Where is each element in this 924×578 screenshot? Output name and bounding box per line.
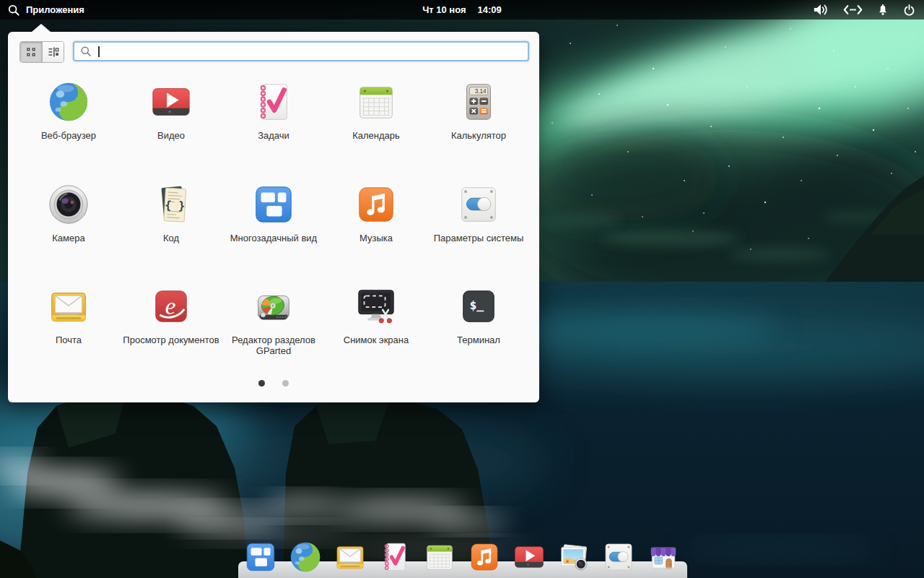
app-label: Код: [163, 233, 179, 243]
page-dot-2[interactable]: [282, 380, 289, 387]
calendar-icon: [354, 79, 398, 124]
top-panel: Приложения Чт 10 ноя 14:09: [0, 0, 924, 20]
app-item-code[interactable]: Код: [120, 182, 222, 284]
app-label: Просмотр документов: [123, 335, 219, 345]
dock-item-photos[interactable]: [557, 540, 591, 574]
network-icon: [843, 4, 863, 15]
notifications-icon: [877, 3, 889, 17]
app-item-gparted[interactable]: Редактор разделов GParted: [222, 284, 325, 356]
panel-applications-button[interactable]: Приложения: [7, 0, 84, 20]
panel-datetime-button[interactable]: Чт 10 ноя 14:09: [422, 0, 502, 20]
terminal-icon: [456, 284, 501, 329]
web-browser-icon: [46, 79, 91, 124]
app-label: Терминал: [457, 335, 500, 345]
document-viewer-icon: [149, 284, 193, 329]
app-label: Редактор разделов GParted: [223, 335, 324, 356]
category-view-button[interactable]: [42, 42, 64, 62]
app-label: Параметры системы: [434, 233, 524, 243]
camera-icon: [46, 182, 91, 227]
app-item-document-viewer[interactable]: Просмотр документов: [120, 284, 222, 356]
panel-indicators: [812, 0, 915, 20]
dock-item-videos[interactable]: [512, 540, 546, 574]
app-launcher-popover: Веб-браузер Видео Задачи Календарь Кальк…: [8, 32, 539, 402]
dock-item-tasks[interactable]: [378, 540, 412, 574]
dock-item-music[interactable]: [467, 540, 502, 574]
app-item-mail[interactable]: Почта: [17, 284, 120, 356]
dock-item-multitasking-view[interactable]: [243, 540, 278, 574]
power-indicator[interactable]: [903, 4, 915, 17]
app-item-terminal[interactable]: Терминал: [427, 284, 530, 356]
mail-icon: [46, 284, 91, 329]
notifications-indicator[interactable]: [877, 3, 889, 17]
app-label: Снимок экрана: [344, 335, 409, 345]
app-item-calculator[interactable]: Калькулятор: [427, 79, 530, 182]
app-label: Веб-браузер: [41, 130, 96, 141]
page-indicator: [8, 380, 539, 387]
grid-view-icon: [25, 46, 38, 59]
gparted-icon: [251, 284, 296, 329]
dock-item-mail[interactable]: [333, 540, 367, 574]
power-icon: [903, 4, 915, 17]
dock-icons: [243, 540, 681, 574]
panel-date: Чт 10 ноя: [422, 4, 466, 15]
app-label: Задачи: [258, 130, 289, 141]
dock-item-system-settings[interactable]: [601, 540, 636, 574]
volume-indicator[interactable]: [812, 3, 829, 17]
calculator-icon: [456, 79, 501, 124]
app-label: Видео: [157, 130, 185, 141]
app-label: Камера: [52, 233, 84, 243]
app-item-screenshot[interactable]: Снимок экрана: [325, 284, 427, 356]
system-settings-icon: [456, 182, 501, 227]
volume-icon: [812, 3, 829, 17]
tasks-icon: [251, 79, 296, 124]
dock-item-web-browser[interactable]: [288, 540, 323, 574]
popover-arrow: [32, 24, 51, 32]
search-icon: [7, 4, 20, 17]
videos-icon: [149, 79, 193, 124]
app-item-web-browser[interactable]: Веб-браузер: [17, 79, 120, 182]
launcher-search-input[interactable]: [73, 41, 529, 61]
dock-item-calendar[interactable]: [422, 540, 457, 574]
app-item-multitasking-view[interactable]: Многозадачный вид: [222, 182, 325, 284]
code-icon: [149, 182, 193, 227]
dock-item-appcenter[interactable]: [646, 540, 681, 574]
category-view-icon: [47, 46, 60, 59]
app-label: Музыка: [359, 233, 393, 243]
network-indicator[interactable]: [843, 4, 863, 15]
app-item-music[interactable]: Музыка: [325, 182, 427, 284]
app-item-camera[interactable]: Камера: [17, 182, 120, 284]
multitasking-view-icon: [251, 182, 296, 227]
app-item-system-settings[interactable]: Параметры системы: [427, 182, 530, 284]
app-label: Калькулятор: [451, 130, 506, 141]
view-toggle-group: [19, 41, 64, 63]
grid-view-button[interactable]: [20, 42, 42, 62]
music-icon: [354, 182, 398, 227]
text-cursor: [98, 46, 100, 57]
page-dot-1[interactable]: [258, 380, 265, 387]
app-item-videos[interactable]: Видео: [120, 79, 222, 182]
applications-label: Приложения: [26, 4, 84, 15]
panel-time: 14:09: [478, 4, 502, 15]
app-item-calendar[interactable]: Календарь: [325, 79, 427, 182]
screenshot-icon: [354, 284, 398, 329]
app-item-tasks[interactable]: Задачи: [222, 79, 325, 182]
app-label: Календарь: [352, 130, 400, 141]
search-icon: [80, 46, 92, 57]
app-label: Почта: [56, 335, 82, 345]
app-label: Многозадачный вид: [230, 233, 317, 243]
app-grid: Веб-браузер Видео Задачи Календарь Кальк…: [17, 79, 530, 356]
